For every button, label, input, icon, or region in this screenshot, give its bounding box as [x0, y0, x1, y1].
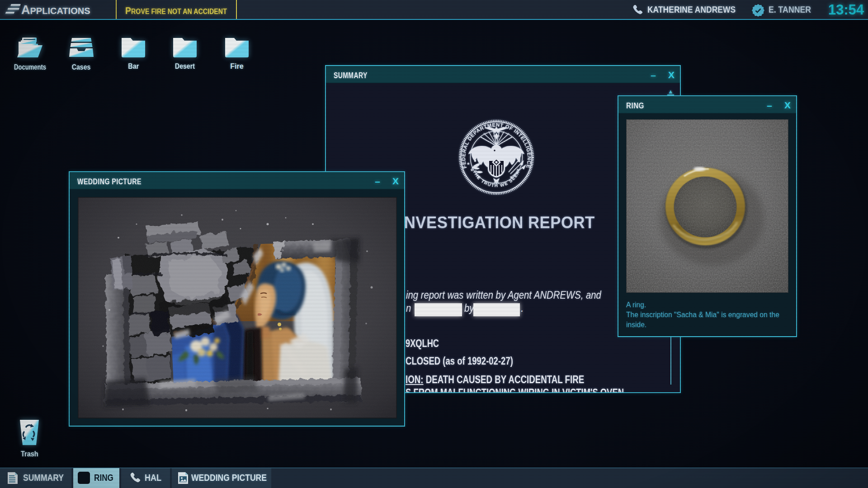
svg-text:★: ★	[467, 161, 470, 166]
svg-text:★: ★	[477, 175, 481, 179]
